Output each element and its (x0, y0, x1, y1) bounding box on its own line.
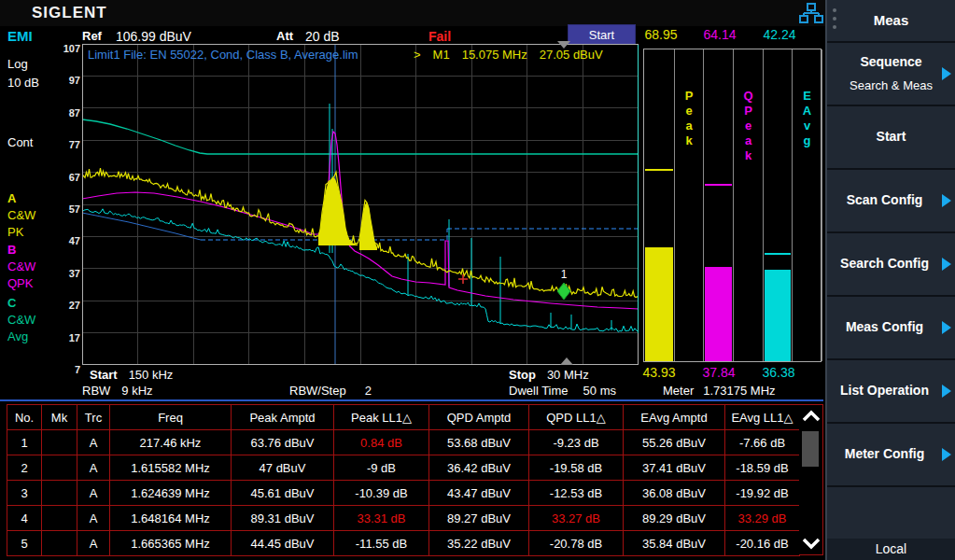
menu-item-sublabel: Search & Meas (827, 78, 955, 92)
spectrum-plot: 1 (82, 44, 639, 365)
table-cell (42, 531, 77, 556)
table-cell: -19.58 dB (529, 455, 624, 481)
marker-readout: > M1 15.075 MHz 27.05 dBuV (414, 48, 603, 62)
start-freq-value: 150 kHz (129, 368, 174, 382)
table-header-eavg-ll1-: EAvg LL1△ (725, 405, 800, 430)
meter-channel-label-qpeak: QPeak (734, 89, 763, 163)
meter-top-value-peak: 68.95 (632, 27, 690, 42)
table-cell: 2 (7, 455, 42, 481)
table-row[interactable]: 3A1.624639 MHz45.61 dBuV-10.39 dB43.47 d… (7, 481, 800, 506)
menu-item-start[interactable]: Start (827, 106, 955, 170)
table-cell: -12.53 dB (529, 481, 624, 506)
table-header-freq: Freq (110, 405, 232, 430)
table-cell: A (77, 506, 110, 531)
table-cell: 89.27 dBuV (429, 506, 529, 531)
trace-b-detector: QPK (7, 276, 33, 290)
marker-name: M1 (433, 48, 450, 62)
menu-item-meas-config[interactable]: Meas Config (827, 297, 955, 360)
table-header-peak-amptd: Peak Amptd (232, 405, 334, 430)
table-cell: 1.624639 MHz (110, 481, 232, 506)
table-cell: 4 (7, 506, 42, 531)
table-cell: A (77, 481, 110, 506)
table-cell: 36.08 dBuV (624, 481, 725, 506)
table-cell: 217.46 kHz (110, 430, 232, 455)
menu-header: Meas (827, 0, 955, 43)
att-label: Att (276, 29, 293, 43)
mode-label: EMI (7, 28, 33, 44)
trace-a-detector: PK (7, 225, 23, 239)
meter-top-value-qpeak: 64.14 (691, 27, 749, 42)
trace-c-id: C (7, 296, 16, 310)
table-row[interactable]: 5A1.665365 MHz44.45 dBuV-11.55 dB35.22 d… (7, 531, 800, 556)
ref-label: Ref (82, 29, 102, 43)
table-header-qpd-amptd: QPD Amptd (429, 405, 529, 430)
table-cell: 3 (7, 481, 42, 506)
table-cell: 1 (7, 430, 42, 455)
start-button[interactable]: Start (568, 24, 636, 45)
table-cell (42, 481, 77, 506)
menu-item-search-config[interactable]: Search Config (827, 233, 955, 297)
table-cell: 89.29 dBuV (624, 506, 725, 531)
table-cell: A (77, 531, 110, 556)
marker-position-indicator-bottom (560, 357, 573, 365)
meter-label-col-eavg: EAvg (793, 49, 822, 361)
marker-1-diamond[interactable] (557, 283, 570, 300)
trace-b-id: B (7, 243, 16, 257)
table-row[interactable]: 4A1.648164 MHz89.31 dBuV33.31 dB89.27 dB… (7, 506, 800, 531)
table-cell: 63.76 dBuV (232, 430, 334, 455)
local-button[interactable]: Local (825, 539, 955, 560)
table-cell: -9.23 dB (529, 430, 624, 455)
table-cell: 53.68 dBuV (429, 430, 529, 455)
meter-bar-maxline-peak (645, 169, 673, 171)
table-header-peak-ll1-: Peak LL1△ (334, 405, 429, 430)
table-header-row: No.MkTrcFreqPeak AmptdPeak LL1△QPD Amptd… (7, 405, 800, 430)
table-cell: -7.66 dB (725, 430, 800, 455)
att-value: 20 dB (305, 29, 340, 44)
table-scrollbar[interactable] (799, 404, 823, 555)
table-cell: 5 (7, 531, 42, 556)
menu-item-scan-config[interactable]: Scan Config (827, 170, 955, 233)
menu-item-label: Search Config (827, 256, 942, 271)
table-cell: A (77, 430, 110, 455)
menu-item-meter-config[interactable]: Meter Config (827, 424, 955, 487)
meter-freq-value: 1.73175 MHz (703, 384, 775, 398)
sweep-mode-label: Cont (7, 135, 33, 149)
trace-c-coupling: C&W (7, 313, 35, 327)
y-tick-97: 97 (50, 75, 80, 86)
table-row[interactable]: 2A1.615582 MHz47 dBuV-9 dB36.42 dBuV-19.… (7, 455, 800, 481)
trace-a-id: A (7, 191, 16, 205)
table-header-mk: Mk (42, 405, 77, 430)
menu-item-label: Start (827, 129, 955, 144)
dwell-time-value: 50 ms (583, 384, 616, 398)
meter-bar-qpeak (704, 49, 734, 361)
top-bar: SIGLENT (0, 0, 825, 26)
meter-label-col-peak: Peak (675, 49, 704, 361)
scroll-down-button[interactable] (800, 532, 822, 554)
table-cell: 33.31 dB (334, 506, 429, 531)
scroll-up-button[interactable] (800, 405, 822, 427)
meter-freq-readout: Meter 1.73175 MHz (663, 384, 776, 398)
marker-freq: 15.075 MHz (462, 48, 527, 62)
table-cell: 45.61 dBuV (232, 481, 334, 506)
scrollbar-thumb[interactable] (802, 431, 819, 467)
status-badge: Fail (428, 29, 451, 44)
table-cell (42, 506, 77, 531)
table-cell: A (77, 455, 110, 481)
signal-table: No.MkTrcFreqPeak AmptdPeak LL1△QPD Amptd… (7, 404, 800, 556)
table-cell: 35.22 dBuV (429, 531, 529, 556)
stop-freq-value: 30 MHz (547, 368, 589, 382)
trace-b-coupling: C&W (7, 259, 35, 273)
marker-1-label: 1 (561, 268, 568, 281)
start-freq-label: Start (90, 368, 118, 382)
trace-a-coupling: C&W (7, 208, 35, 222)
analyzer-screen: SIGLENT EMI Log 10 dB Cont A C&W PK B C&… (0, 0, 955, 560)
table-cell (42, 430, 77, 455)
menu-item-sequence[interactable]: SequenceSearch & Meas (827, 43, 955, 106)
table-row[interactable]: 1A217.46 kHz63.76 dBuV0.84 dB53.68 dBuV-… (7, 430, 800, 455)
meter-freq-label: Meter (663, 384, 694, 398)
lan-network-icon (799, 2, 823, 24)
menu-item-list-operation[interactable]: List Operation (827, 360, 955, 424)
meter-bottom-value-qpeak: 37.84 (690, 365, 748, 380)
table-cell: -19.92 dB (725, 481, 800, 506)
table-cell: 47 dBuV (232, 455, 334, 481)
